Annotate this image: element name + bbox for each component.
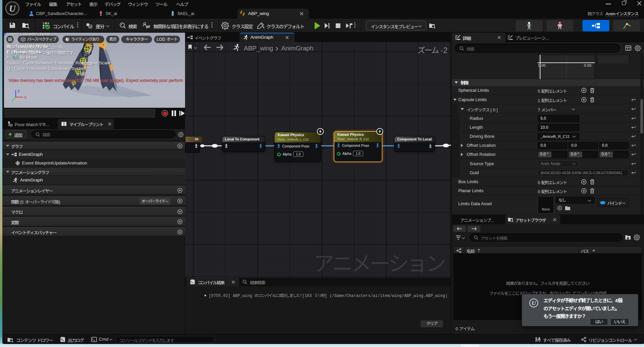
svg-text:Z: Z (17, 89, 20, 93)
svg-text:X: X (24, 95, 27, 99)
svg-text:U: U (532, 300, 536, 306)
svg-text:Y: Y (12, 98, 14, 102)
